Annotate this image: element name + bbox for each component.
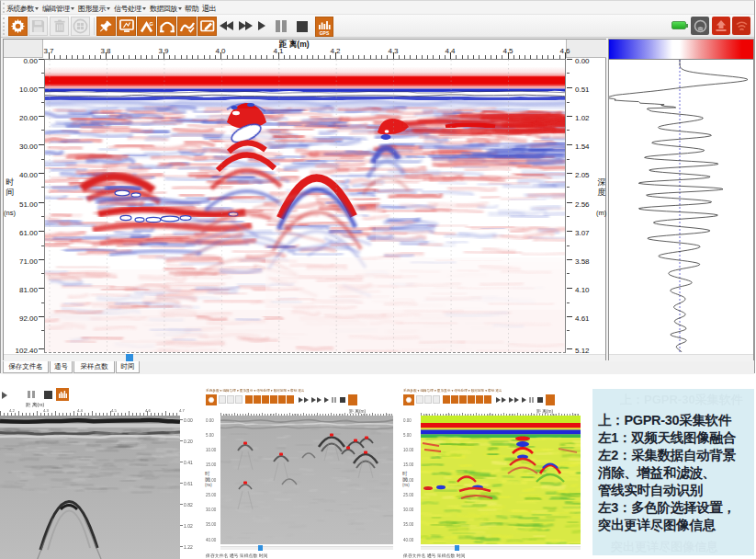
svg-text:G: G [150, 20, 153, 26]
